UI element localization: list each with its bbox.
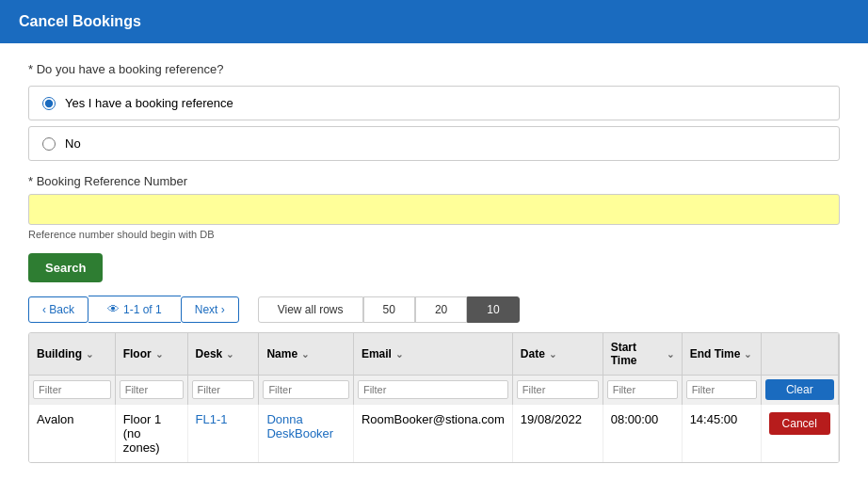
rows-all-button[interactable]: View all rows bbox=[258, 296, 363, 323]
search-button[interactable]: Search bbox=[28, 253, 103, 282]
clear-filter-button[interactable]: Clear bbox=[765, 379, 834, 400]
filter-email-input[interactable] bbox=[358, 380, 508, 399]
radio-no-input[interactable] bbox=[42, 137, 56, 151]
page-title: Cancel Bookings bbox=[19, 13, 141, 29]
pagination-info: 👁 1-1 of 1 bbox=[88, 296, 181, 323]
table-body: Avalon Floor 1 (no zones) FL1-1 Donna De… bbox=[29, 405, 839, 463]
filter-desk-input[interactable] bbox=[192, 380, 255, 399]
desk-link[interactable]: FL1-1 bbox=[196, 412, 228, 426]
filter-date-input[interactable] bbox=[517, 380, 599, 399]
cell-floor: Floor 1 (no zones) bbox=[115, 405, 187, 463]
filter-desk-cell bbox=[187, 376, 259, 405]
col-date: Date ⌄ bbox=[512, 333, 603, 376]
cell-end-time: 14:45:00 bbox=[682, 405, 761, 463]
filter-end-input[interactable] bbox=[686, 380, 757, 399]
sort-name-icon[interactable]: ⌄ bbox=[301, 349, 309, 360]
booking-ref-label: * Booking Reference Number bbox=[28, 174, 840, 188]
radio-no-label: No bbox=[65, 136, 81, 151]
filter-clear-cell: Clear bbox=[761, 376, 838, 405]
table-row: Avalon Floor 1 (no zones) FL1-1 Donna De… bbox=[29, 405, 839, 463]
table-filter-row: Clear bbox=[29, 376, 839, 405]
radio-yes-option[interactable]: Yes I have a booking reference bbox=[28, 86, 840, 120]
booking-question-label: * Do you have a booking reference? bbox=[28, 62, 840, 76]
bookings-table: Building ⌄ Floor ⌄ Desk ⌄ bbox=[28, 332, 840, 463]
sort-building-icon[interactable]: ⌄ bbox=[86, 349, 93, 360]
booking-ref-input[interactable]: DB10475 bbox=[28, 194, 840, 225]
radio-yes-label: Yes I have a booking reference bbox=[65, 96, 233, 110]
filter-name-cell bbox=[259, 376, 354, 405]
question-text: Do you have a booking reference? bbox=[33, 62, 223, 76]
cell-action: Cancel bbox=[761, 405, 838, 463]
main-content: * Do you have a booking reference? Yes I… bbox=[0, 43, 868, 480]
col-desk: Desk ⌄ bbox=[187, 333, 259, 376]
col-name: Name ⌄ bbox=[259, 333, 354, 376]
sort-email-icon[interactable]: ⌄ bbox=[395, 349, 403, 360]
pagination-bar: ‹ Back 👁 1-1 of 1 Next › View all rows 5… bbox=[28, 296, 840, 323]
booking-ref-hint: Reference number should begin with DB bbox=[28, 229, 840, 240]
col-floor: Floor ⌄ bbox=[115, 333, 187, 376]
eye-icon: 👁 bbox=[107, 302, 120, 316]
radio-no-option[interactable]: No bbox=[28, 126, 840, 161]
cell-date: 19/08/2022 bbox=[512, 405, 603, 463]
radio-yes-input[interactable] bbox=[42, 97, 56, 110]
col-action bbox=[761, 333, 838, 376]
rows-20-button[interactable]: 20 bbox=[415, 296, 467, 323]
col-start-time: Start Time ⌄ bbox=[603, 333, 682, 376]
col-building: Building ⌄ bbox=[29, 333, 115, 376]
col-email: Email ⌄ bbox=[353, 333, 512, 376]
filter-name-input[interactable] bbox=[263, 380, 349, 399]
filter-floor-input[interactable] bbox=[120, 380, 184, 399]
sort-desk-icon[interactable]: ⌄ bbox=[226, 349, 233, 360]
rows-10-button[interactable]: 10 bbox=[467, 296, 519, 323]
cell-desk: FL1-1 bbox=[187, 405, 259, 463]
cell-start-time: 08:00:00 bbox=[603, 405, 682, 463]
filter-email-cell bbox=[353, 376, 512, 405]
rows-50-button[interactable]: 50 bbox=[363, 296, 415, 323]
cell-name: Donna DeskBooker bbox=[259, 405, 354, 463]
next-button[interactable]: Next › bbox=[181, 296, 239, 323]
sort-end-icon[interactable]: ⌄ bbox=[744, 349, 751, 360]
rows-options: View all rows 50 20 10 bbox=[258, 296, 520, 323]
filter-start-cell bbox=[603, 376, 682, 405]
filter-floor-cell bbox=[115, 376, 187, 405]
col-end-time: End Time ⌄ bbox=[682, 333, 761, 376]
cancel-booking-button[interactable]: Cancel bbox=[769, 412, 830, 435]
sort-date-icon[interactable]: ⌄ bbox=[549, 349, 556, 360]
page-header: Cancel Bookings bbox=[0, 0, 868, 43]
name-link[interactable]: Donna DeskBooker bbox=[266, 412, 333, 440]
sort-floor-icon[interactable]: ⌄ bbox=[155, 349, 163, 360]
back-button[interactable]: ‹ Back bbox=[28, 296, 88, 323]
cell-building: Avalon bbox=[29, 405, 115, 463]
filter-building-input[interactable] bbox=[33, 380, 111, 399]
filter-building-cell bbox=[29, 376, 115, 405]
cell-email: RoomBooker@stiona.com bbox=[353, 405, 512, 463]
filter-end-cell bbox=[682, 376, 761, 405]
filter-date-cell bbox=[512, 376, 603, 405]
table-header-row: Building ⌄ Floor ⌄ Desk ⌄ bbox=[29, 333, 839, 376]
sort-start-icon[interactable]: ⌄ bbox=[667, 349, 674, 360]
filter-start-input[interactable] bbox=[607, 380, 678, 399]
